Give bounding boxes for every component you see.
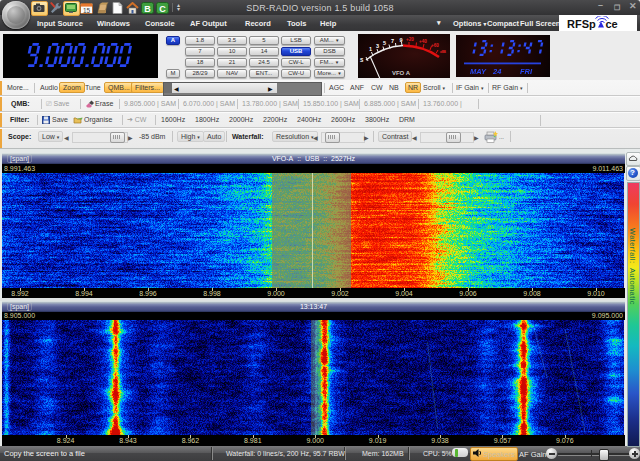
svg-text:+20: +20 — [406, 37, 414, 42]
svg-text:9: 9 — [400, 37, 403, 43]
svg-text:1: 1 — [369, 46, 372, 52]
svg-text:15: 15 — [83, 7, 91, 14]
svg-text:C: C — [159, 4, 166, 14]
svg-text:VFO A: VFO A — [392, 70, 411, 76]
svg-text:+60: +60 — [431, 43, 439, 48]
svg-text:B: B — [144, 4, 151, 14]
svg-text:7: 7 — [391, 38, 394, 44]
svg-text:3: 3 — [376, 43, 379, 49]
svg-text:+40: +40 — [419, 39, 427, 44]
svg-text:dB: dB — [440, 49, 446, 54]
svg-text:5: 5 — [383, 40, 386, 46]
